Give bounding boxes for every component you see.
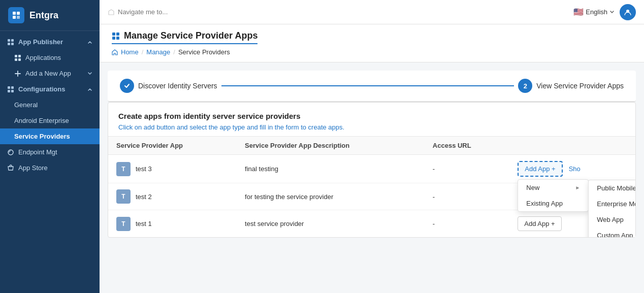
sidebar-configurations-header[interactable]: Configurations bbox=[0, 81, 100, 97]
show-button-1[interactable]: Sho bbox=[567, 162, 583, 176]
svg-rect-10 bbox=[15, 58, 17, 61]
step-2-circle: 2 bbox=[518, 79, 532, 93]
step-1: Discover Identity Servers bbox=[120, 79, 217, 93]
user-icon bbox=[624, 8, 632, 16]
page-title-tab: Manage Service Provider Apps bbox=[112, 30, 257, 44]
add-app-dropdown-wrapper: Add App + New ► bbox=[518, 161, 562, 177]
table-wrapper: Service Provider App Service Provider Ap… bbox=[108, 136, 635, 237]
add-app-label: Add App + bbox=[525, 165, 555, 173]
endpoint-icon bbox=[7, 149, 14, 156]
general-label: General bbox=[14, 101, 38, 109]
app-name-cell-2: T test 2 bbox=[108, 183, 237, 210]
service-providers-table: Service Provider App Service Provider Ap… bbox=[108, 136, 635, 237]
submenu-item-public-mobile[interactable]: Public Mobile App bbox=[589, 180, 635, 196]
submenu-item-enterprise-mobile[interactable]: Enterprise Mobile App bbox=[589, 196, 635, 212]
app-icon-2: T bbox=[116, 189, 131, 204]
table-description-title: Create apps from identity server service… bbox=[118, 112, 625, 120]
add-app-button-1[interactable]: Add App + bbox=[518, 161, 562, 177]
sidebar-item-general[interactable]: General bbox=[0, 97, 100, 113]
svg-rect-18 bbox=[112, 32, 115, 36]
table-row: T test 3 final testing - Add bbox=[108, 155, 635, 183]
topbar-right: 🇺🇸 English bbox=[573, 4, 636, 20]
applications-icon bbox=[14, 54, 21, 61]
sidebar-item-app-store[interactable]: App Store bbox=[0, 160, 100, 176]
app-icon-1: T bbox=[116, 162, 131, 176]
submenu-item-custom-app[interactable]: Custom App bbox=[589, 227, 635, 237]
page-header: Manage Service Provider Apps Home / Mana… bbox=[100, 24, 644, 62]
service-providers-label: Service Providers bbox=[14, 133, 70, 140]
menu-item-existing[interactable]: Existing App bbox=[518, 196, 588, 211]
chevron-up-icon-2 bbox=[87, 87, 92, 92]
col-header-app: Service Provider App bbox=[108, 137, 237, 155]
page-title-row: Manage Service Provider Apps bbox=[112, 30, 632, 44]
applications-label: Applications bbox=[25, 54, 61, 61]
table-description-body: Click on add button and select the app t… bbox=[118, 123, 625, 131]
step-2-label: View Service Provider Apps bbox=[536, 82, 624, 90]
home-icon bbox=[112, 49, 118, 55]
lang-chevron-icon bbox=[609, 10, 615, 15]
main-content: 🇺🇸 English bbox=[100, 0, 644, 293]
sidebar-item-applications[interactable]: Applications bbox=[0, 50, 100, 66]
chevron-down-icon bbox=[87, 71, 92, 76]
svg-rect-13 bbox=[11, 86, 14, 89]
col-header-actions bbox=[509, 137, 635, 155]
app-icon-3: T bbox=[116, 217, 131, 231]
svg-rect-8 bbox=[15, 55, 17, 57]
svg-rect-21 bbox=[116, 37, 119, 40]
endpoint-mgt-label: Endpoint Mgt bbox=[18, 148, 57, 156]
table-container: Create apps from identity server service… bbox=[108, 102, 636, 238]
svg-rect-11 bbox=[18, 58, 21, 61]
sidebar-item-service-providers[interactable]: Service Providers bbox=[0, 128, 100, 144]
col-header-desc: Service Provider App Description bbox=[237, 137, 425, 155]
language-selector[interactable]: 🇺🇸 English bbox=[573, 7, 615, 17]
breadcrumb-current: Service Providers bbox=[178, 48, 230, 56]
navigate-input[interactable] bbox=[118, 8, 230, 16]
menu-new-label: New bbox=[526, 184, 539, 191]
breadcrumb: Home / Manage / Service Providers bbox=[112, 48, 632, 56]
svg-rect-4 bbox=[8, 39, 10, 42]
app-store-label: App Store bbox=[18, 164, 48, 172]
app-name-cell-3: T test 1 bbox=[108, 210, 237, 238]
svg-rect-3 bbox=[17, 16, 20, 19]
step-2: 2 View Service Provider Apps bbox=[518, 79, 624, 93]
app-desc-3: test service provider bbox=[237, 210, 425, 238]
step-1-label: Discover Identity Servers bbox=[138, 82, 217, 90]
language-label: English bbox=[586, 8, 607, 16]
breadcrumb-manage[interactable]: Manage bbox=[146, 48, 170, 56]
add-app-menu: New ► Public Mobile App bbox=[518, 179, 589, 212]
android-enterprise-label: Android Enterprise bbox=[14, 117, 69, 124]
menu-item-new[interactable]: New ► Public Mobile App bbox=[518, 180, 588, 196]
app-name-3: test 1 bbox=[136, 220, 152, 227]
app-url-3: - bbox=[425, 210, 509, 238]
sidebar-item-android-enterprise[interactable]: Android Enterprise bbox=[0, 113, 100, 128]
content-area: Manage Service Provider Apps Home / Mana… bbox=[100, 24, 644, 293]
sidebar: Entgra App Publisher bbox=[0, 0, 100, 293]
svg-rect-15 bbox=[11, 90, 14, 92]
publisher-label: App Publisher bbox=[18, 38, 63, 46]
table-header-row: Service Provider App Service Provider Ap… bbox=[108, 137, 635, 155]
nav-input-area bbox=[108, 8, 230, 16]
page-title-icon bbox=[112, 32, 120, 40]
sidebar-item-endpoint-mgt[interactable]: Endpoint Mgt bbox=[0, 144, 100, 160]
chevron-up-icon bbox=[87, 40, 92, 45]
user-avatar[interactable] bbox=[620, 4, 636, 20]
flag-icon: 🇺🇸 bbox=[573, 7, 584, 17]
submenu-item-web-app[interactable]: Web App bbox=[589, 212, 635, 227]
app-name-1: test 3 bbox=[136, 165, 152, 173]
add-app-button-3[interactable]: Add App + bbox=[518, 216, 561, 231]
svg-rect-6 bbox=[8, 43, 10, 45]
table-row: T test 1 test service provider - Add App… bbox=[108, 210, 635, 238]
sidebar-section-publisher: App Publisher Applications Add a New App bbox=[0, 31, 100, 179]
svg-rect-12 bbox=[8, 86, 10, 89]
add-icon bbox=[14, 70, 21, 77]
config-icon bbox=[7, 86, 14, 93]
app-name: Entgra bbox=[29, 10, 58, 21]
sidebar-item-add-new-app[interactable]: Add a New App bbox=[0, 66, 100, 81]
app-name-2: test 2 bbox=[136, 193, 152, 201]
sidebar-publisher-header[interactable]: App Publisher bbox=[0, 34, 100, 50]
navigate-icon bbox=[108, 9, 115, 16]
breadcrumb-home[interactable]: Home bbox=[121, 48, 139, 56]
app-name-cell-1: T test 3 bbox=[108, 155, 237, 183]
add-new-app-label: Add a New App bbox=[25, 70, 71, 77]
col-header-url: Access URL bbox=[425, 137, 509, 155]
